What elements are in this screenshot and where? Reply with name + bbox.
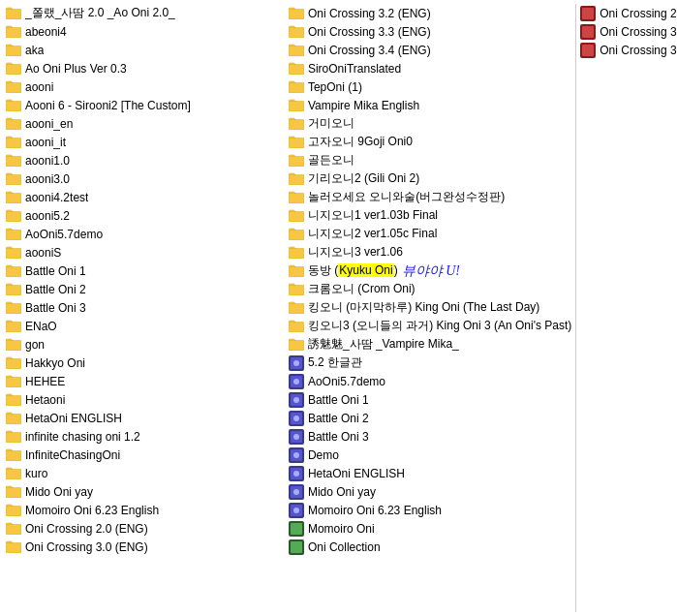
file-label: TepOni (1) [308,80,362,94]
folder-icon [289,6,304,21]
list-item[interactable]: 놀러오세요 오니와술(버그완성수정판) [285,188,575,206]
list-item[interactable]: aooni_it [2,133,281,151]
list-item[interactable]: Demo [285,446,575,464]
list-item[interactable]: Hetaoni [2,390,281,409]
folder-icon [6,484,21,500]
list-item[interactable]: AoOni5.7demo [285,372,575,390]
file-label: Oni Crossing 3.4 (ENG) [308,44,431,57]
file-label: Battle Oni 1 [308,393,369,407]
list-item[interactable]: kuro [2,464,281,482]
list-item[interactable]: Hakkyo Oni [2,354,281,372]
list-item[interactable]: TepOni (1) [285,77,575,96]
list-item[interactable]: Momoiro Oni 6.23 English [285,501,575,519]
list-item[interactable]: Battle Oni 3 [2,298,281,317]
svg-point-124 [293,508,299,513]
list-item[interactable]: aooni [2,77,281,96]
list-item[interactable]: aooni_en [2,114,281,133]
list-item[interactable]: abeoni4 [2,22,281,41]
list-item[interactable]: 기리오니2 (Gili Oni 2) [285,169,575,188]
list-item[interactable]: Vampire Mika English [285,96,575,114]
svg-rect-134 [582,45,594,56]
file-label: InfiniteChasingOni [25,448,120,462]
folder-icon [289,116,304,132]
svg-point-103 [293,379,299,385]
list-item[interactable]: Oni Crossing 3.3 (ENG) [285,22,575,41]
list-item[interactable]: Battle Oni 3 [285,427,575,446]
svg-rect-91 [289,286,304,295]
svg-rect-39 [6,359,21,369]
list-item[interactable]: 킹오니 (마지막하루) King Oni (The Last Day) [285,298,575,317]
list-item[interactable]: gon [2,335,281,354]
svg-rect-65 [289,46,304,56]
list-item[interactable]: Battle Oni 1 [2,262,281,280]
list-item[interactable]: 誘魅魅_사땀 _Vampire Mika_ [285,335,575,354]
svg-rect-9 [6,83,21,93]
list-item[interactable]: Oni Crossing 2.0 (ENG) [2,519,281,538]
list-item[interactable]: Ao Oni Plus Ver 0.3 [2,59,281,77]
svg-point-115 [293,452,299,458]
list-item[interactable]: ENaO [2,317,281,335]
list-item[interactable]: 동방 (Kyuku Oni)뷰야야 U! [285,262,575,280]
list-item[interactable]: HetaOni ENGLISH [2,409,281,427]
list-item[interactable]: 니지오니3 ver1.06 [285,243,575,262]
list-item[interactable]: 크롬오니 (Crom Oni) [285,280,575,298]
list-item[interactable]: infinite chasing oni 1.2 [2,427,281,446]
svg-point-112 [293,434,299,440]
file-label: Mido Oni yay [25,485,93,499]
list-item[interactable]: AoOni5.7demo [2,225,281,243]
list-item[interactable]: Oni Crossing 3.4 (ENG) [285,41,575,59]
list-item[interactable]: aooni3.0 [2,169,281,188]
file-label: Oni Crossing 2.0 (ENG) [25,522,148,536]
list-item[interactable]: Oni Collection [285,538,575,556]
folder-icon [6,263,21,279]
list-item[interactable]: 니지오니2 ver1.05c Final [285,225,575,243]
list-item[interactable]: aooniS [2,243,281,262]
list-item[interactable]: Aooni 6 - Sirooni2 [The Custom] [2,96,281,114]
list-item[interactable]: Momoiro Oni 6.23 English [2,501,281,519]
list-item[interactable]: Oni Crossing 3.4 (ENG) [576,41,677,59]
game-icon [289,355,304,371]
folder-icon [289,24,304,40]
list-item[interactable]: Momoiro Oni [285,519,575,538]
list-item[interactable]: Battle Oni 2 [2,280,281,298]
folder-icon [6,539,21,555]
svg-rect-73 [289,120,304,130]
list-item[interactable]: 니지오니1 ver1.03b Final [285,206,575,225]
list-item[interactable]: Oni Crossing 3.2 (ENG) [285,4,575,22]
folder-icon [289,135,304,150]
list-item[interactable]: HetaOni ENGLISH [285,464,575,482]
list-item[interactable]: aooni5.2 [2,206,281,225]
list-item[interactable]: Battle Oni 2 [285,409,575,427]
list-item[interactable]: Mido Oni yay [2,482,281,501]
folder-icon [289,79,304,95]
file-label: SiroOniTranslated [308,62,401,76]
list-item[interactable]: Oni Crossing 2.0 (ENG) [576,4,677,22]
folder-icon [6,61,21,77]
list-item[interactable]: Oni Crossing 3.0 (ENG) [576,22,677,41]
folder-icon [6,429,21,445]
list-item[interactable]: aooni1.0 [2,151,281,169]
list-item[interactable]: Battle Oni 1 [285,390,575,409]
list-item[interactable]: aooni4.2test [2,188,281,206]
file-label: Momoiro Oni [308,522,375,536]
folder-icon [289,171,304,187]
game-icon [289,392,304,408]
list-item[interactable]: 킹오니3 (오니들의 과거) King Oni 3 (An Oni's Past… [285,317,575,335]
list-item[interactable]: 골든오니 [285,151,575,169]
list-item[interactable]: Oni Crossing 3.0 (ENG) [2,538,281,556]
list-item[interactable]: 고자오니 9Goji Oni0 [285,133,575,151]
file-label: _쫄랬_사땀 2.0 _Ao Oni 2.0_ [25,5,175,21]
list-item[interactable]: 거미오니 [285,114,575,133]
list-item[interactable]: 5.2 한글관 [285,354,575,372]
list-item[interactable]: SiroOniTranslated [285,59,575,77]
list-item[interactable]: _쫄랬_사땀 2.0 _Ao Oni 2.0_ [2,4,281,22]
list-item[interactable]: HEHEE [2,372,281,390]
folder-icon [6,116,21,132]
folder-icon [6,300,21,316]
list-item[interactable]: InfiniteChasingOni [2,446,281,464]
list-item[interactable]: aka [2,41,281,59]
file-label: infinite chasing oni 1.2 [25,430,140,444]
folder-icon [289,337,304,353]
folder-icon [289,190,304,205]
list-item[interactable]: Mido Oni yay [285,482,575,501]
